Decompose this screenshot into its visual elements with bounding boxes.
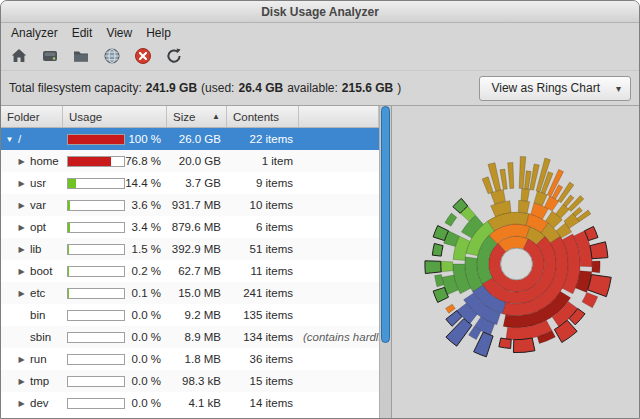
expand-expander-icon[interactable]: ▶	[17, 377, 26, 386]
chevron-down-icon: ▾	[616, 83, 621, 94]
menu-help[interactable]: Help	[139, 25, 178, 41]
menu-edit[interactable]: Edit	[65, 25, 100, 41]
usage-cell: 0.0 %	[63, 304, 167, 326]
collapse-expander-icon[interactable]: ▼	[5, 135, 14, 144]
usage-percent: 0.2 %	[132, 265, 161, 277]
expand-expander-icon[interactable]: ▶	[17, 289, 26, 298]
table-row[interactable]: ▶lib1.5 %392.9 MB51 items	[1, 238, 379, 260]
scan-home-button[interactable]	[6, 44, 32, 68]
contents-cell: 51 items	[227, 243, 299, 255]
table-row[interactable]: ▶opt3.4 %879.6 MB6 items	[1, 216, 379, 238]
expand-expander-icon[interactable]: ▶	[17, 179, 26, 188]
folder-name: lib	[30, 243, 42, 255]
folder-cell: ▶tmp	[1, 370, 63, 392]
folder-icon	[71, 46, 91, 66]
table-row[interactable]: bin0.0 %9.2 MB135 items	[1, 304, 379, 326]
usage-cell: 3.4 %	[63, 216, 167, 238]
refresh-button[interactable]	[161, 44, 187, 68]
ring-spike[interactable]	[508, 163, 514, 189]
column-header-usage[interactable]: Usage	[63, 106, 167, 127]
folder-name: dev	[30, 397, 49, 409]
ring-spike[interactable]	[500, 169, 507, 189]
contents-cell: 10 items	[227, 199, 299, 211]
table-row[interactable]: ▶run0.0 %1.8 MB36 items	[1, 348, 379, 370]
ring-spike[interactable]	[446, 304, 456, 313]
menu-view[interactable]: View	[99, 25, 139, 41]
ring-spike[interactable]	[482, 177, 493, 194]
ring-spike[interactable]	[435, 275, 444, 287]
table-row[interactable]: ▶etc0.1 %15.0 MB241 items	[1, 282, 379, 304]
usage-cell: 0.0 %	[63, 392, 167, 414]
table-row[interactable]: ▶tmp0.0 %98.3 kB15 items	[1, 370, 379, 392]
scan-filesystem-button[interactable]	[37, 44, 63, 68]
scrollbar-thumb[interactable]	[381, 106, 390, 343]
expand-expander-icon[interactable]: ▶	[17, 223, 26, 232]
contents-cell: 22 items	[227, 133, 299, 145]
ring-spike[interactable]	[588, 275, 612, 297]
usage-cell: 1.5 %	[63, 238, 167, 260]
contents-cell: 14 items	[227, 397, 299, 409]
ring-spike[interactable]	[432, 243, 443, 256]
expand-expander-icon[interactable]: ▶	[17, 201, 26, 210]
capacity-text: Total filesystem capacity:241.9 GB(used:…	[9, 81, 405, 95]
ring-spike[interactable]	[590, 242, 608, 259]
column-header-contents[interactable]: Contents	[227, 106, 299, 127]
size-cell: 8.9 MB	[167, 331, 227, 343]
ring-spike[interactable]	[582, 292, 598, 307]
contents-cell: 36 items	[227, 353, 299, 365]
view-mode-label: View as Rings Chart	[491, 81, 600, 95]
ring-segment[interactable]	[521, 188, 530, 201]
folder-name: opt	[30, 221, 46, 233]
scan-remote-button[interactable]	[99, 44, 125, 68]
view-mode-dropdown[interactable]: View as Rings Chart ▾	[479, 76, 631, 101]
ring-spike[interactable]	[592, 261, 600, 273]
ring-spike[interactable]	[499, 338, 511, 348]
table-row[interactable]: sbin0.0 %8.9 MB134 items(contains hardli…	[1, 326, 379, 348]
expand-expander-icon[interactable]: ▶	[17, 157, 26, 166]
folder-cell: ▶home	[1, 150, 63, 172]
titlebar[interactable]: Disk Usage Analyzer	[1, 1, 639, 23]
usage-cell: 0.0 %	[63, 348, 167, 370]
ring-segment[interactable]	[518, 200, 529, 213]
expand-expander-icon[interactable]: ▶	[17, 245, 26, 254]
capacity-used-prefix: (used:	[201, 81, 234, 95]
column-header-size[interactable]: Size ▲	[167, 106, 227, 127]
stop-button[interactable]	[130, 44, 156, 68]
size-cell: 26.0 GB	[167, 133, 227, 145]
rings-chart[interactable]	[392, 106, 639, 418]
expand-expander-icon[interactable]: ▶	[17, 399, 26, 408]
contents-cell: 6 items	[227, 221, 299, 233]
size-cell: 62.7 MB	[167, 265, 227, 277]
ring-spike[interactable]	[425, 261, 441, 274]
size-cell: 931.7 MB	[167, 199, 227, 211]
expand-expander-icon[interactable]: ▶	[17, 355, 26, 364]
harddisk-icon	[40, 46, 60, 66]
capacity-suffix: )	[397, 81, 401, 95]
size-cell: 879.6 MB	[167, 221, 227, 233]
table-row[interactable]: ▶home76.8 %20.0 GB1 item	[1, 150, 379, 172]
table-row[interactable]: ▼/100 %26.0 GB22 items	[1, 128, 379, 150]
contents-cell: 1 item	[227, 155, 299, 167]
ring-spike[interactable]	[513, 338, 535, 353]
table-row[interactable]: ▶boot0.2 %62.7 MB11 items	[1, 260, 379, 282]
usage-percent: 0.0 %	[132, 331, 161, 343]
column-header-folder[interactable]: Folder	[1, 106, 63, 127]
contents-cell: 11 items	[227, 265, 299, 277]
table-row[interactable]: ▶var3.6 %931.7 MB10 items	[1, 194, 379, 216]
table-row[interactable]: ▶dev0.0 %4.1 kB14 items	[1, 392, 379, 414]
vertical-scrollbar[interactable]	[379, 106, 391, 418]
ring-spike[interactable]	[573, 207, 583, 216]
menu-analyzer[interactable]: Analyzer	[4, 25, 65, 41]
ring-segment[interactable]	[441, 261, 453, 272]
table-row[interactable]: ▶usr14.4 %3.7 GB9 items	[1, 172, 379, 194]
rows-container: ▼/100 %26.0 GB22 items▶home76.8 %20.0 GB…	[1, 128, 379, 418]
contents-cell: 135 items	[227, 309, 299, 321]
expand-expander-icon[interactable]: ▶	[17, 267, 26, 276]
scan-folder-button[interactable]	[68, 44, 94, 68]
contents-cell: 9 items	[227, 177, 299, 189]
ring-spike[interactable]	[445, 213, 457, 226]
usage-bar	[67, 376, 125, 387]
rings-chart-pane	[391, 106, 639, 418]
size-header-label: Size	[173, 111, 195, 123]
folder-cell: bin	[1, 304, 63, 326]
